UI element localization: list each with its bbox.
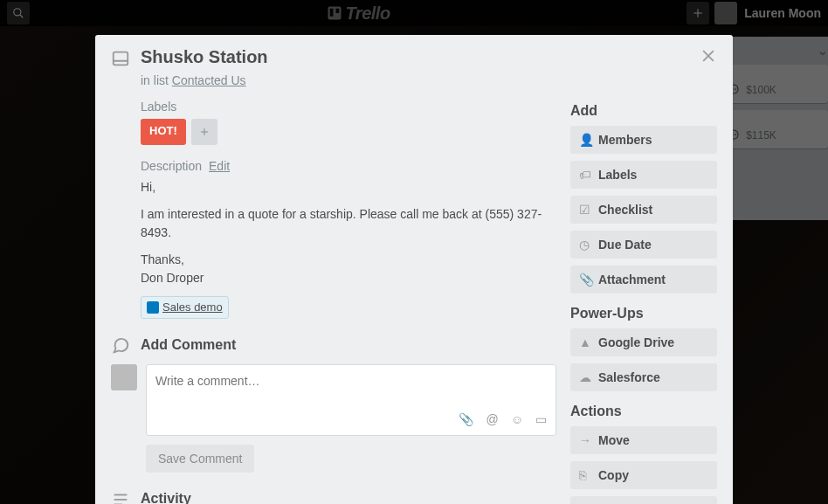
powerups-heading: Power-Ups — [570, 306, 717, 321]
labels-icon: 🏷 — [579, 168, 591, 182]
attachment-icon: 📎 — [579, 273, 591, 287]
card-icon — [111, 49, 130, 68]
actions-heading: Actions — [570, 404, 717, 419]
svg-rect-9 — [114, 52, 128, 66]
card-icon[interactable]: ▭ — [535, 412, 547, 426]
description-heading: Description — [141, 159, 202, 173]
attach-icon[interactable]: 📎 — [459, 412, 473, 426]
edit-description-link[interactable]: Edit — [209, 159, 230, 173]
add-heading: Add — [570, 103, 717, 119]
save-comment-button[interactable]: Save Comment — [146, 445, 254, 473]
activity-icon — [111, 490, 130, 504]
close-icon — [700, 47, 717, 65]
arrow-right-icon: → — [579, 433, 591, 447]
action-move-button[interactable]: →Move — [570, 426, 717, 454]
add-members-button[interactable]: 👤Members — [570, 126, 717, 154]
add-comment-heading: Add Comment — [141, 337, 236, 353]
card-modal: Shusko Station in list Contacted Us Labe… — [95, 35, 733, 504]
card-list-location: in list Contacted Us — [141, 73, 717, 87]
checklist-icon: ☑ — [579, 203, 591, 217]
trello-icon — [147, 301, 159, 314]
action-copy-button[interactable]: ⎘Copy — [570, 461, 717, 489]
label-chip-hot[interactable]: HOT! — [141, 119, 186, 145]
clock-icon: ◷ — [579, 238, 591, 252]
add-label-button[interactable] — [191, 119, 217, 145]
modal-overlay[interactable]: Shusko Station in list Contacted Us Labe… — [0, 0, 828, 504]
add-duedate-button[interactable]: ◷Due Date — [570, 231, 717, 259]
googledrive-icon: ▲ — [579, 335, 591, 349]
attachment-chip[interactable]: Sales demo — [141, 296, 229, 319]
avatar — [111, 364, 137, 390]
action-subscribe-button[interactable]: 👁Subscribe — [570, 496, 717, 504]
comment-box[interactable]: 📎 @ ☺ ▭ — [146, 364, 556, 436]
add-attachment-button[interactable]: 📎Attachment — [570, 266, 717, 293]
list-link[interactable]: Contacted Us — [172, 73, 246, 87]
labels-heading: Labels — [141, 100, 556, 114]
comment-input[interactable] — [155, 374, 547, 402]
comment-icon — [111, 336, 130, 356]
salesforce-icon: ☁ — [579, 370, 591, 384]
members-icon: 👤 — [579, 133, 591, 147]
activity-heading: Activity — [141, 491, 191, 504]
add-labels-button[interactable]: 🏷Labels — [570, 161, 717, 189]
powerup-googledrive-button[interactable]: ▲Google Drive — [570, 328, 717, 356]
mention-icon[interactable]: @ — [486, 412, 498, 426]
card-title[interactable]: Shusko Station — [141, 47, 268, 67]
close-button[interactable] — [700, 47, 717, 65]
plus-icon — [199, 127, 210, 137]
copy-icon: ⎘ — [579, 468, 591, 482]
powerup-salesforce-button[interactable]: ☁Salesforce — [570, 363, 717, 391]
add-checklist-button[interactable]: ☑Checklist — [570, 196, 717, 224]
description-body[interactable]: Hi, I am interested in a quote for a sta… — [141, 178, 556, 319]
emoji-icon[interactable]: ☺ — [511, 412, 523, 426]
